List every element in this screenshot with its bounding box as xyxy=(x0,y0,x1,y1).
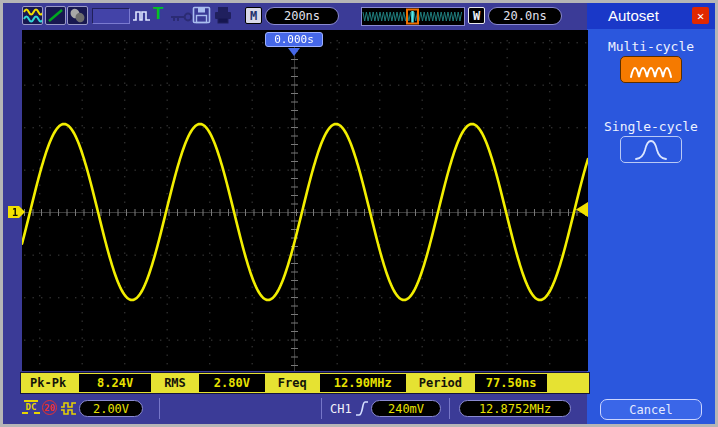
multi-cycle-button[interactable] xyxy=(620,56,682,83)
main-timebase-readout: 200ns xyxy=(265,7,339,25)
print-icon[interactable] xyxy=(213,6,233,24)
horizontal-position-pointer xyxy=(288,48,300,56)
multi-cycle-label: Multi-cycle xyxy=(587,39,715,54)
measurement-bar: Pk-Pk 8.24V RMS 2.80V Freq 12.90MHz Peri… xyxy=(20,372,590,394)
volts-per-div-readout[interactable]: 2.00V xyxy=(79,400,143,417)
rms-label: RMS xyxy=(164,376,186,390)
trigger-status-indicator: T xyxy=(153,4,163,24)
panel-title: Autoset xyxy=(608,7,659,24)
period-label: Period xyxy=(419,376,462,390)
cursor-line-icon[interactable] xyxy=(45,6,66,25)
window-timebase-readout: 20.0ns xyxy=(488,7,562,25)
panel-header: Autoset ✕ xyxy=(587,3,715,29)
horizontal-position-marker[interactable]: 0.000s xyxy=(265,32,323,47)
preview-window-canvas xyxy=(362,8,464,25)
waveform-preview-strip[interactable] xyxy=(361,7,465,26)
pkpk-value: 8.24V xyxy=(79,374,151,392)
waveform-display xyxy=(22,30,588,371)
floppy-glyph xyxy=(192,6,211,24)
channel1-position-marker[interactable]: 1 xyxy=(8,204,26,224)
freq-value: 12.90MHz xyxy=(320,374,406,392)
key-glyph xyxy=(170,11,193,23)
screen-copy-glyph xyxy=(68,7,87,24)
screen-copy-icon[interactable] xyxy=(67,6,88,25)
cancel-button[interactable]: Cancel xyxy=(600,399,702,420)
dual-squarewave-glyph xyxy=(60,401,79,416)
multi-cycle-wave-icon xyxy=(626,59,676,80)
rising-edge-glyph xyxy=(355,398,369,418)
channel-waves-icon[interactable] xyxy=(22,6,43,25)
printer-glyph xyxy=(213,6,233,24)
main-timebase-button[interactable]: M xyxy=(245,7,262,24)
trigger-frequency-readout: 12.8752MHz xyxy=(459,400,571,417)
close-icon[interactable]: ✕ xyxy=(692,7,709,24)
lock-key-icon[interactable] xyxy=(170,11,193,23)
bandwidth-limit-badge: 20 xyxy=(42,400,57,415)
trigger-level-marker[interactable] xyxy=(576,202,588,221)
diagonal-line-glyph xyxy=(46,7,65,24)
pkpk-label: Pk-Pk xyxy=(30,376,66,390)
inverted-waveform-icon xyxy=(60,401,79,416)
single-cycle-wave-icon xyxy=(634,139,668,161)
trigger-level-readout[interactable]: 240mV xyxy=(371,400,441,417)
save-icon[interactable] xyxy=(192,6,211,24)
oscilloscope-screen: T M 200ns W 20.0ns Autoset ✕ Multi-cycle xyxy=(0,0,718,427)
status-divider xyxy=(159,398,160,419)
single-cycle-button[interactable] xyxy=(620,136,682,163)
status-divider xyxy=(449,398,450,419)
trigger-source-label: CH1 xyxy=(330,402,352,416)
single-cycle-label: Single-cycle xyxy=(587,119,715,134)
coupling-dc-icon[interactable]: DC xyxy=(22,399,40,416)
period-value: 77.50ns xyxy=(475,374,547,392)
rms-value: 2.80V xyxy=(199,374,265,392)
rising-edge-icon xyxy=(355,398,369,418)
pulse-trigger-icon[interactable] xyxy=(132,6,152,25)
pulse-glyph xyxy=(132,6,152,25)
toolbar-empty-field xyxy=(92,8,130,24)
status-divider xyxy=(321,398,322,419)
freq-label: Freq xyxy=(278,376,307,390)
channel-waves-glyph xyxy=(23,7,42,24)
window-timebase-button[interactable]: W xyxy=(468,7,485,24)
trigger-arrow-icon xyxy=(576,202,588,217)
svg-text:1: 1 xyxy=(12,207,18,218)
coupling-label: DC xyxy=(26,402,37,412)
autoset-menu-panel: Autoset ✕ Multi-cycle Single-cycle Cance… xyxy=(587,3,715,424)
channel1-arrow-icon: 1 xyxy=(8,204,26,220)
